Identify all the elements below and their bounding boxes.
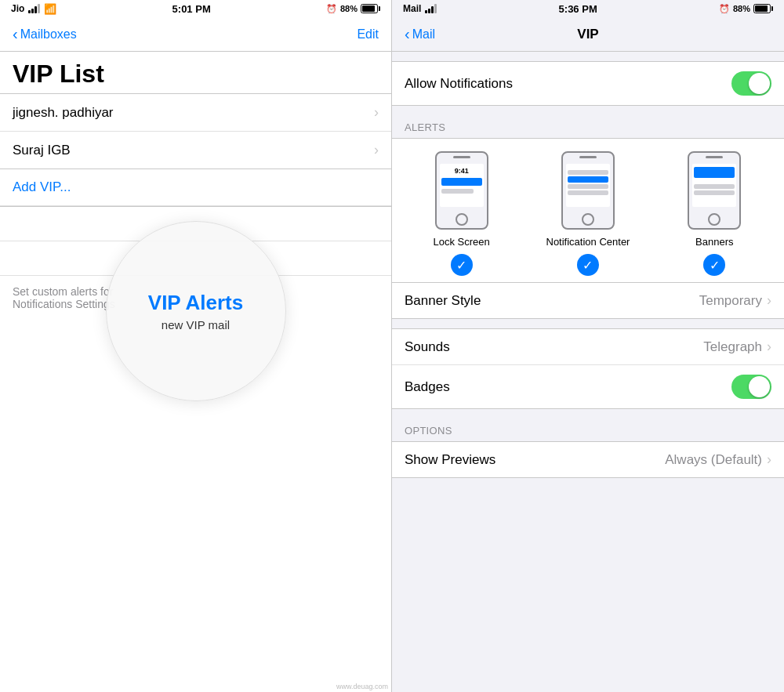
- left-status-left: Jio 📶: [11, 3, 56, 15]
- allow-notifications-row[interactable]: Allow Notifications: [392, 62, 784, 105]
- badges-row[interactable]: Badges: [392, 365, 784, 408]
- phone-mockup-nc: [561, 151, 615, 230]
- banner-style-label: Banner Style: [405, 293, 699, 309]
- footer-line1: Set custom alerts for: [13, 285, 113, 298]
- back-label: Mailboxes: [20, 27, 77, 42]
- right-battery-body: [753, 4, 771, 13]
- nc-line-2: [568, 184, 608, 189]
- contacts-list: jignesh. padhiyar › Suraj IGB ›: [0, 94, 391, 168]
- vip-alerts-overlay: VIP Alerts new VIP mail: [106, 221, 286, 401]
- right-battery-fill: [755, 5, 768, 12]
- add-vip-button[interactable]: Add VIP...: [0, 169, 391, 206]
- chevron-right-icon-1: ›: [374, 104, 379, 121]
- alert-label-banners: Banners: [695, 236, 733, 248]
- phone-mockup-banners: [688, 151, 741, 230]
- wifi-icon: 📶: [44, 3, 56, 15]
- check-icon-lockscreen[interactable]: ✓: [451, 254, 473, 276]
- battery-percent: 88%: [340, 4, 358, 13]
- right-back-label: Mail: [412, 27, 435, 42]
- r-signal-bar-2: [428, 9, 430, 13]
- right-time: 5:36 PM: [559, 3, 597, 15]
- banner-style-value: Temporary: [699, 293, 762, 309]
- banner-nc-line-1: [694, 184, 735, 189]
- lockscreen-notification-gray: [441, 189, 474, 194]
- alert-label-lockscreen: Lock Screen: [434, 236, 490, 248]
- show-previews-row[interactable]: Show Previews Always (Default) ›: [392, 442, 784, 477]
- phone-screen-nc: [566, 164, 610, 207]
- back-chevron-icon: ‹: [13, 26, 18, 42]
- banner-style-row[interactable]: Banner Style Temporary ›: [392, 283, 784, 318]
- edit-button[interactable]: Edit: [357, 27, 379, 42]
- options-group: Show Previews Always (Default) ›: [392, 441, 784, 478]
- lockscreen-time: 9:41: [441, 167, 482, 175]
- phone-speaker-1: [453, 156, 470, 158]
- right-status-bar: Mail 5:36 PM ⏰ 88%: [392, 0, 784, 17]
- watermark: www.deuag.com: [336, 683, 388, 690]
- badges-toggle[interactable]: [731, 375, 771, 399]
- right-back-chevron-icon: ‹: [405, 26, 410, 42]
- vip-alerts-subtitle: new VIP mail: [162, 318, 230, 332]
- spacer-top: [392, 52, 784, 61]
- sounds-chevron-icon: ›: [767, 339, 771, 355]
- left-status-bar: Jio 📶 5:01 PM ⏰ 88%: [0, 0, 391, 17]
- banner-style-chevron-icon: ›: [767, 292, 771, 309]
- phone-screen-lockscreen: 9:41: [440, 164, 484, 207]
- right-status-right: ⏰ 88%: [719, 4, 773, 14]
- alerts-section-header: ALERTS: [392, 106, 784, 138]
- battery-tip: [379, 6, 380, 11]
- footer-line2: Notifications Settings: [13, 298, 115, 310]
- alerts-row: 9:41 Lock Screen ✓: [392, 139, 784, 282]
- left-panel: Jio 📶 5:01 PM ⏰ 88% ‹ Mailboxes: [0, 0, 392, 692]
- alert-item-lockscreen[interactable]: 9:41 Lock Screen ✓: [415, 151, 509, 276]
- phone-speaker-2: [579, 156, 597, 158]
- phone-screen-banners: [692, 164, 736, 207]
- battery-indicator: [361, 4, 380, 13]
- toggle-knob: [749, 73, 770, 94]
- check-icon-banners[interactable]: ✓: [703, 254, 725, 276]
- right-carrier: Mail: [403, 3, 421, 14]
- sounds-label: Sounds: [405, 339, 703, 355]
- right-signal-bars: [425, 4, 437, 13]
- phone-mockup-lockscreen: 9:41: [435, 151, 488, 230]
- list-item[interactable]: jignesh. padhiyar ›: [0, 94, 391, 132]
- r-signal-bar-4: [434, 4, 437, 13]
- right-back-button[interactable]: ‹ Mail: [405, 27, 435, 42]
- options-section-header: OPTIONS: [392, 409, 784, 441]
- badges-toggle-knob: [749, 376, 770, 397]
- signal-bar-3: [34, 6, 37, 13]
- battery-body: [361, 4, 378, 13]
- check-icon-nc[interactable]: ✓: [577, 254, 599, 276]
- show-previews-label: Show Previews: [405, 452, 665, 468]
- lockscreen-notification-bar: [441, 178, 482, 186]
- sounds-badges-group: Sounds Telegraph › Badges: [392, 328, 784, 409]
- alarm-icon: ⏰: [326, 4, 337, 14]
- alert-item-banners[interactable]: Banners ✓: [667, 151, 761, 276]
- signal-bars: [28, 4, 40, 13]
- carrier-label: Jio: [11, 3, 24, 14]
- allow-notifications-toggle[interactable]: [731, 71, 771, 96]
- battery-fill: [362, 5, 375, 12]
- left-back-button[interactable]: ‹ Mailboxes: [13, 27, 77, 42]
- right-alarm-icon: ⏰: [719, 4, 730, 14]
- signal-bar-4: [38, 4, 40, 13]
- sounds-row[interactable]: Sounds Telegraph ›: [392, 329, 784, 365]
- nc-line-1: [568, 170, 608, 175]
- list-item[interactable]: Suraj IGB ›: [0, 132, 391, 168]
- page-title: VIP List: [0, 52, 391, 93]
- r-signal-bar-3: [431, 6, 434, 13]
- alerts-group: 9:41 Lock Screen ✓: [392, 138, 784, 319]
- signal-bar-1: [28, 10, 31, 13]
- left-status-right: ⏰ 88%: [326, 4, 380, 14]
- phone-bottom-3: [692, 209, 736, 225]
- alert-item-nc[interactable]: Notification Center ✓: [541, 151, 635, 276]
- contact-name-2: Suraj IGB: [13, 143, 374, 158]
- show-previews-value: Always (Default): [665, 452, 762, 468]
- signal-bar-2: [31, 9, 34, 13]
- right-battery-percent: 88%: [733, 4, 750, 13]
- right-battery-indicator: [753, 4, 773, 13]
- sounds-value: Telegraph: [703, 339, 762, 355]
- phone-speaker-3: [706, 156, 723, 158]
- right-nav-bar: ‹ Mail VIP: [392, 17, 784, 52]
- left-time: 5:01 PM: [172, 3, 211, 15]
- right-status-left: Mail: [403, 3, 437, 14]
